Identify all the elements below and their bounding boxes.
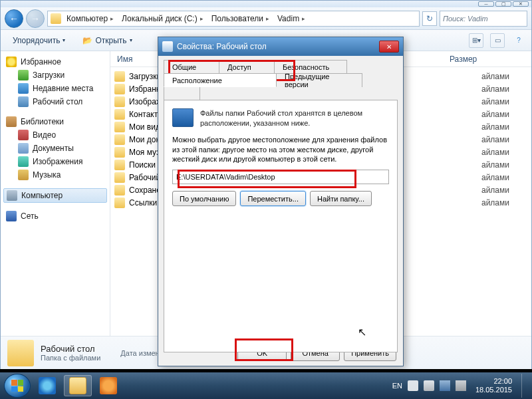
close-button[interactable]: ✕ bbox=[513, 1, 529, 7]
downloads-icon bbox=[18, 70, 29, 80]
computer-icon bbox=[7, 190, 17, 201]
tray-flag-icon[interactable] bbox=[408, 380, 418, 391]
details-type: Папка с файлами bbox=[41, 354, 100, 362]
taskbar-explorer[interactable] bbox=[64, 375, 92, 396]
tab-panel: Файлы папки Рабочий стол хранятся в целе… bbox=[164, 100, 398, 352]
breadcrumb-item[interactable]: Пользователи bbox=[209, 11, 275, 27]
info-text-1: Файлы папки Рабочий стол хранятся в целе… bbox=[200, 108, 389, 128]
video-icon bbox=[18, 130, 29, 140]
find-folder-button[interactable]: Найти папку... bbox=[310, 191, 372, 206]
folder-icon bbox=[114, 185, 125, 196]
dialog-title: Свойства: Рабочий стол bbox=[177, 42, 267, 51]
properties-dialog: Свойства: Рабочий стол ✕ Общие Доступ Бе… bbox=[158, 37, 404, 366]
network-icon bbox=[6, 211, 17, 221]
wmp-icon bbox=[100, 377, 117, 394]
folder-icon bbox=[114, 122, 125, 132]
organize-menu[interactable]: Упорядочить bbox=[6, 33, 72, 48]
minimize-button[interactable]: ─ bbox=[478, 1, 494, 7]
tab-general[interactable]: Общие bbox=[164, 60, 219, 74]
folder-icon bbox=[7, 340, 34, 366]
sidebar-item-images[interactable]: Изображения bbox=[3, 155, 107, 168]
breadcrumb-item[interactable]: Vadim bbox=[275, 11, 311, 27]
images-icon bbox=[18, 156, 29, 167]
language-indicator[interactable]: EN bbox=[392, 382, 402, 390]
sidebar-item-desktop[interactable]: Рабочий стол bbox=[3, 95, 107, 108]
refresh-button[interactable]: ↻ bbox=[422, 11, 437, 26]
dialog-tabs: Общие Доступ Безопасность Расположение П… bbox=[164, 60, 398, 100]
details-name: Рабочий стол bbox=[41, 344, 100, 354]
sidebar-computer[interactable]: Компьютер bbox=[3, 188, 107, 203]
breadcrumb-item[interactable]: Компьютер bbox=[64, 11, 119, 27]
tray-network-icon[interactable] bbox=[440, 380, 450, 391]
view-options-button[interactable]: ⊞▾ bbox=[469, 33, 483, 48]
sidebar-favorites[interactable]: Избранное bbox=[3, 55, 107, 68]
maximize-button[interactable]: ▢ bbox=[495, 1, 511, 7]
documents-icon bbox=[18, 143, 29, 154]
sidebar-network[interactable]: Сеть bbox=[3, 209, 107, 223]
folder-icon bbox=[51, 13, 61, 24]
tab-location[interactable]: Расположение bbox=[164, 73, 277, 87]
show-desktop-button[interactable] bbox=[521, 374, 528, 398]
start-button[interactable] bbox=[4, 374, 31, 398]
sidebar-item-downloads[interactable]: Загрузки bbox=[3, 68, 107, 82]
move-button[interactable]: Переместить... bbox=[240, 191, 306, 206]
sidebar-item-recent[interactable]: Недавние места bbox=[3, 82, 107, 95]
tab-sharing[interactable]: Доступ bbox=[219, 60, 275, 74]
folder-icon bbox=[114, 172, 125, 183]
music-icon bbox=[18, 170, 29, 180]
taskbar-ie[interactable] bbox=[33, 375, 61, 396]
breadcrumb-item[interactable]: Локальный диск (C:) bbox=[119, 11, 209, 27]
folder-icon bbox=[114, 84, 125, 94]
tray-volume-icon[interactable] bbox=[456, 380, 466, 391]
tab-security[interactable]: Безопасность bbox=[274, 60, 347, 74]
folder-icon bbox=[114, 109, 125, 120]
dialog-close-button[interactable]: ✕ bbox=[379, 41, 399, 53]
forward-button[interactable]: → bbox=[26, 9, 45, 28]
path-input[interactable] bbox=[172, 170, 389, 184]
nav-sidebar: Избранное Загрузки Недавние места Рабочи… bbox=[1, 51, 110, 336]
open-menu[interactable]: 📂 Открыть bbox=[76, 33, 138, 48]
folder-icon bbox=[114, 71, 125, 82]
preview-pane-button[interactable]: ▭ bbox=[490, 33, 505, 48]
system-tray[interactable]: EN 22:00 18.05.2015 bbox=[392, 374, 528, 398]
tray-action-center-icon[interactable] bbox=[424, 380, 434, 391]
taskbar: EN 22:00 18.05.2015 bbox=[0, 372, 532, 399]
sidebar-item-documents[interactable]: Документы bbox=[3, 142, 107, 155]
desktop-icon bbox=[18, 96, 29, 107]
taskbar-clock[interactable]: 22:00 18.05.2015 bbox=[475, 377, 512, 394]
nav-row: ← → Компьютер Локальный диск (C:) Пользо… bbox=[1, 7, 531, 30]
folder-icon bbox=[114, 160, 125, 170]
explorer-icon bbox=[69, 377, 86, 394]
sidebar-item-video[interactable]: Видео bbox=[3, 128, 107, 142]
address-bar[interactable]: Компьютер Локальный диск (C:) Пользовате… bbox=[47, 11, 420, 27]
recent-icon bbox=[18, 83, 29, 94]
col-size: Размер bbox=[450, 55, 531, 64]
folder-icon bbox=[114, 134, 125, 145]
library-icon bbox=[6, 116, 17, 127]
folder-icon bbox=[114, 96, 125, 107]
sidebar-libraries[interactable]: Библиотеки bbox=[3, 115, 107, 128]
window-titlebar: ─ ▢ ✕ bbox=[1, 1, 531, 7]
restore-default-button[interactable]: По умолчанию bbox=[172, 191, 236, 206]
tab-previous-versions[interactable]: Предыдущие версии bbox=[276, 73, 362, 87]
dialog-titlebar[interactable]: Свойства: Рабочий стол ✕ bbox=[158, 37, 403, 56]
sidebar-item-music[interactable]: Музыка bbox=[3, 168, 107, 182]
help-button[interactable]: ? bbox=[511, 33, 526, 48]
back-button[interactable]: ← bbox=[5, 9, 23, 28]
taskbar-wmp[interactable] bbox=[94, 375, 122, 396]
dialog-icon bbox=[162, 41, 173, 52]
folder-icon bbox=[114, 147, 125, 158]
folder-icon bbox=[114, 198, 125, 208]
search-input[interactable]: Поиск: Vadim bbox=[440, 11, 527, 27]
star-icon bbox=[6, 57, 17, 67]
info-text-2: Можно выбрать другое местоположение для … bbox=[172, 135, 389, 165]
monitor-icon bbox=[172, 108, 194, 127]
ie-icon bbox=[39, 377, 56, 394]
